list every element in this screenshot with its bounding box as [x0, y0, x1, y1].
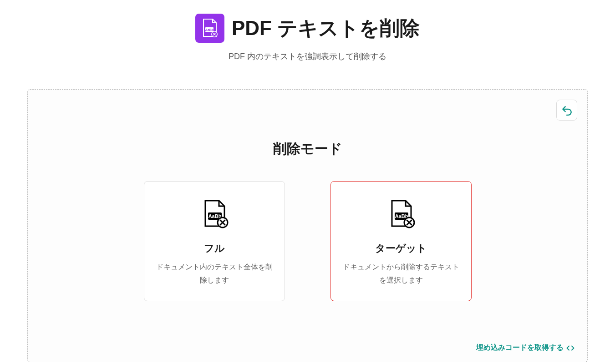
mode-card-full[interactable]: AaBb フル ドキュメント内のテキスト全体を削除します: [144, 181, 285, 301]
svg-text:AaBb: AaBb: [205, 28, 213, 31]
embed-code-link[interactable]: 埋め込みコードを取得する: [476, 343, 574, 353]
page-subtitle: PDF 内のテキストを強調表示して削除する: [0, 51, 615, 62]
page-title: PDF テキストを削除: [232, 15, 420, 42]
full-mode-icon: AaBb: [153, 198, 275, 231]
card-description: ドキュメント内のテキスト全体を削除します: [153, 261, 275, 287]
card-description: ドキュメントから削除するテキストを選択します: [340, 261, 462, 287]
undo-button[interactable]: [556, 100, 577, 121]
mode-options: AaBb フル ドキュメント内のテキスト全体を削除します AaBb: [41, 181, 574, 301]
embed-link-label: 埋め込みコードを取得する: [476, 343, 564, 353]
target-mode-icon: AaBb: [340, 198, 462, 231]
mode-card-target[interactable]: AaBb ターゲット ドキュメントから削除するテキストを選択します: [330, 181, 472, 301]
title-row: AaBb PDF テキストを削除: [0, 14, 615, 43]
section-title: 削除モード: [41, 140, 574, 158]
page-header: AaBb PDF テキストを削除 PDF 内のテキストを強調表示して削除する: [0, 14, 615, 62]
pdf-remove-text-icon: AaBb: [195, 14, 224, 43]
card-title: フル: [153, 242, 275, 255]
code-icon: [566, 344, 574, 352]
card-title: ターゲット: [340, 242, 462, 255]
undo-icon: [561, 104, 573, 116]
main-panel: 削除モード AaBb フル ドキュメント内のテキスト全体を削除します: [27, 89, 588, 362]
